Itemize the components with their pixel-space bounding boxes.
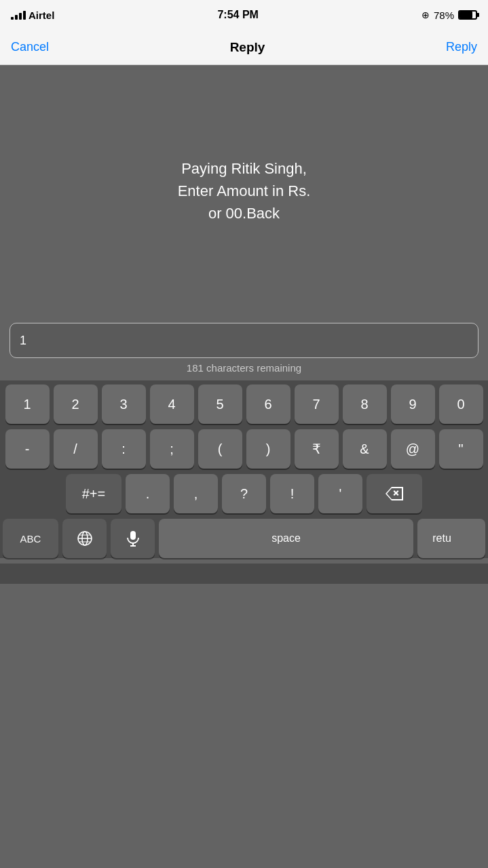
key-question[interactable]: ? [222, 474, 266, 513]
content-area: Paying Ritik Singh, Enter Amount in Rs. … [0, 65, 488, 316]
char-count: 181 characters remaining [10, 362, 478, 374]
status-time: 7:54 PM [217, 9, 258, 21]
key-dash[interactable]: - [5, 429, 50, 469]
key-3[interactable]: 3 [102, 384, 146, 424]
mic-icon [126, 530, 140, 547]
key-hashtag[interactable]: #+= [66, 474, 121, 513]
content-message: Paying Ritik Singh, Enter Amount in Rs. … [178, 157, 311, 224]
cancel-button[interactable]: Cancel [11, 40, 49, 54]
key-2[interactable]: 2 [54, 384, 98, 424]
signal-icon [11, 10, 26, 20]
key-apostrophe[interactable]: ' [318, 474, 362, 513]
key-1[interactable]: 1 [5, 384, 50, 424]
keyboard: 1 2 3 4 5 6 7 8 9 0 - / : ; ( ) ₹ & @ " … [0, 380, 488, 558]
key-closeparen[interactable]: ) [246, 429, 290, 469]
delete-icon [386, 487, 403, 500]
input-area: 181 characters remaining [0, 316, 488, 380]
key-rupee[interactable]: ₹ [295, 429, 339, 469]
keyboard-row-bottom: ABC space retu [3, 519, 485, 558]
key-semicolon[interactable]: ; [150, 429, 194, 469]
key-0[interactable]: 0 [439, 384, 483, 424]
key-4[interactable]: 4 [150, 384, 194, 424]
key-period[interactable]: . [126, 474, 170, 513]
bottom-bar [0, 564, 488, 584]
nav-bar: Cancel Reply Reply [0, 30, 488, 65]
key-space[interactable]: space [159, 519, 413, 558]
battery-percent: 78% [434, 9, 454, 21]
key-slash[interactable]: / [54, 429, 98, 469]
svg-rect-5 [130, 531, 136, 540]
key-globe[interactable] [62, 519, 107, 558]
nav-title: Reply [230, 40, 265, 55]
key-return[interactable]: retu [417, 519, 485, 558]
key-6[interactable]: 6 [246, 384, 290, 424]
keyboard-row-symbols: - / : ; ( ) ₹ & @ " [3, 429, 485, 469]
globe-icon [77, 530, 93, 547]
key-microphone[interactable] [111, 519, 155, 558]
key-5[interactable]: 5 [198, 384, 242, 424]
status-right: ⊕ 78% [421, 9, 477, 21]
key-abc[interactable]: ABC [3, 519, 58, 558]
key-exclamation[interactable]: ! [270, 474, 314, 513]
keyboard-row-numbers: 1 2 3 4 5 6 7 8 9 0 [3, 384, 485, 424]
key-colon[interactable]: : [102, 429, 146, 469]
reply-button[interactable]: Reply [446, 40, 477, 54]
reply-input[interactable] [10, 323, 478, 358]
key-9[interactable]: 9 [391, 384, 435, 424]
location-icon: ⊕ [421, 9, 430, 20]
key-7[interactable]: 7 [295, 384, 339, 424]
key-openparen[interactable]: ( [198, 429, 242, 469]
key-8[interactable]: 8 [343, 384, 387, 424]
battery-icon [458, 10, 477, 20]
status-bar: Airtel 7:54 PM ⊕ 78% [0, 0, 488, 30]
key-comma[interactable]: , [174, 474, 218, 513]
key-at[interactable]: @ [391, 429, 435, 469]
key-quote[interactable]: " [439, 429, 483, 469]
key-ampersand[interactable]: & [343, 429, 387, 469]
carrier-signal: Airtel [11, 9, 54, 21]
delete-key[interactable] [367, 474, 422, 513]
keyboard-row-punctuation: #+= . , ? ! ' [3, 474, 485, 513]
carrier-name: Airtel [29, 9, 54, 21]
